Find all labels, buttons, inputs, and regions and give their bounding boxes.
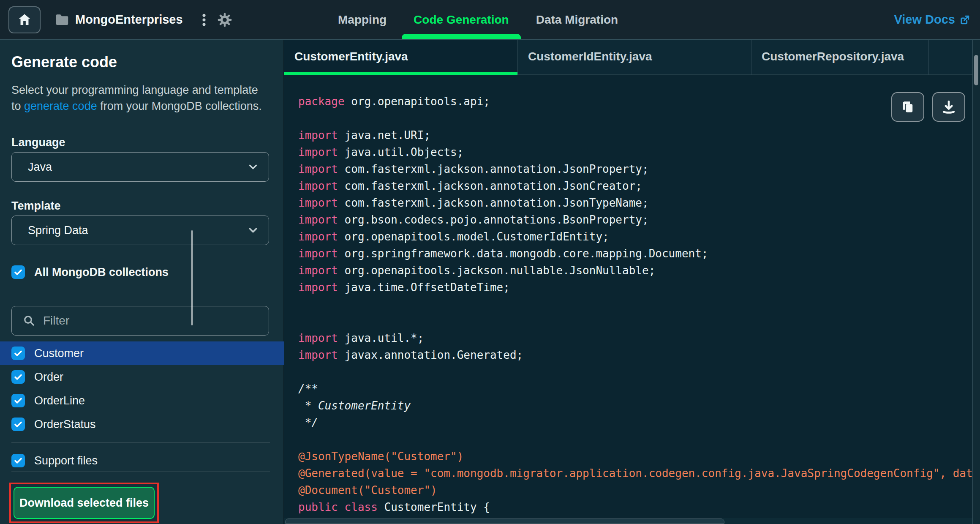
nav-tab-data-migration[interactable]: Data Migration: [536, 0, 618, 39]
code-line: import org.openapitools.jackson.nullable…: [298, 262, 972, 279]
copy-icon: [900, 99, 915, 115]
project-name: MongoEnterprises: [75, 0, 183, 39]
generate-code-link[interactable]: generate code: [24, 100, 97, 112]
download-code-button[interactable]: [932, 92, 965, 122]
collection-row-orderstatus[interactable]: OrderStatus: [0, 412, 284, 436]
kebab-menu-button[interactable]: [197, 13, 211, 27]
folder-icon: [54, 12, 70, 28]
editor-horizontal-scrollbar[interactable]: [284, 518, 972, 524]
code-line: import org.bson.codecs.pojo.annotations.…: [298, 211, 972, 228]
code-line: import java.util.Objects;: [298, 144, 972, 161]
search-icon: [23, 314, 35, 327]
view-docs-label: View Docs: [894, 13, 955, 27]
divider: [11, 442, 270, 442]
language-value: Java: [28, 161, 247, 174]
code-line: @JsonTypeName("Customer"): [298, 448, 972, 465]
code-line: /**: [298, 380, 972, 397]
code-editor: package org.openapitools.api; import jav…: [284, 75, 972, 518]
check-icon: [13, 372, 23, 382]
generate-code-sidebar: Generate code Select your programming la…: [0, 40, 284, 524]
code-line: import com.fasterxml.jackson.annotation.…: [298, 161, 972, 177]
all-collections-checkbox[interactable]: [11, 265, 25, 279]
view-docs-link[interactable]: View Docs: [894, 0, 971, 39]
template-value: Spring Data: [28, 224, 247, 237]
all-collections-label: All MongoDB collections: [34, 266, 169, 279]
sidebar-scrollbar-thumb[interactable]: [191, 230, 193, 325]
home-button[interactable]: [8, 6, 41, 33]
code-line: */: [298, 414, 972, 431]
all-collections-row: All MongoDB collections: [11, 265, 169, 279]
support-files-label: Support files: [34, 454, 98, 467]
kebab-icon: [197, 13, 211, 27]
code-line: [298, 110, 972, 127]
code-line: import javax.annotation.Generated;: [298, 347, 972, 363]
nav-tab-code-generation[interactable]: Code Generation: [414, 0, 509, 39]
settings-button[interactable]: [217, 12, 232, 27]
code-line: import com.fasterxml.jackson.annotation.…: [298, 194, 972, 211]
check-icon: [13, 348, 23, 358]
check-icon: [13, 396, 23, 406]
collection-checkbox[interactable]: [11, 418, 25, 431]
code-line: package org.openapitools.api;: [298, 93, 972, 110]
top-header: MongoEnterprises MappingCode GenerationD…: [0, 0, 980, 40]
file-tab-customerrepository-java[interactable]: CustomerRepository.java: [751, 40, 929, 75]
code-line: import java.net.URI;: [298, 127, 972, 144]
description-line2-pre: to: [11, 100, 24, 112]
home-icon: [17, 12, 32, 27]
code-block: package org.openapitools.api; import jav…: [298, 93, 972, 516]
file-tab-bar: CustomerEntity.javaCustomerIdEntity.java…: [284, 40, 980, 75]
download-selected-files-button[interactable]: Download selected files: [14, 487, 155, 519]
code-line: [298, 296, 972, 313]
check-icon: [13, 456, 23, 466]
filter-input[interactable]: [43, 314, 260, 328]
filter-box: [11, 306, 269, 336]
code-line: import org.openapitools.model.CustomerId…: [298, 228, 972, 245]
file-tab-customerentity-java[interactable]: CustomerEntity.java: [284, 40, 518, 75]
code-line: [298, 431, 972, 448]
code-line: [298, 363, 972, 380]
nav-tab-mapping[interactable]: Mapping: [338, 0, 387, 39]
collection-row-customer[interactable]: Customer: [0, 341, 284, 365]
collection-checkbox[interactable]: [11, 370, 25, 384]
support-files-checkbox[interactable]: [11, 454, 25, 467]
code-line: import java.util.*;: [298, 330, 972, 347]
copy-code-button[interactable]: [891, 92, 924, 122]
collection-row-orderline[interactable]: OrderLine: [0, 389, 284, 412]
chevron-down-icon: [247, 161, 259, 173]
chevron-down-icon: [247, 224, 259, 237]
app-root: { "header": { "project_name": "MongoEnte…: [0, 0, 980, 524]
collection-checkbox[interactable]: [11, 394, 25, 407]
editor-vertical-scrollbar[interactable]: [972, 40, 980, 524]
collection-label: OrderStatus: [34, 418, 96, 431]
sidebar-description: Select your programming language and tem…: [11, 82, 273, 114]
collection-label: Order: [34, 371, 63, 384]
collection-label: OrderLine: [34, 394, 85, 407]
collection-checkbox[interactable]: [11, 347, 25, 360]
vertical-scrollbar-thumb[interactable]: [974, 55, 978, 85]
external-link-icon: [959, 14, 971, 26]
code-line: [298, 313, 972, 330]
code-line: import com.fasterxml.jackson.annotation.…: [298, 177, 972, 194]
divider: [11, 296, 270, 296]
language-label: Language: [11, 136, 65, 149]
description-line2-post: from your MongoDB collections.: [97, 100, 262, 112]
gear-icon: [217, 12, 232, 27]
divider: [11, 472, 270, 472]
file-tab-customeridentity-java[interactable]: CustomerIdEntity.java: [518, 40, 751, 75]
description-line1: Select your programming language and tem…: [11, 84, 258, 96]
code-line: import java.time.OffsetDateTime;: [298, 279, 972, 296]
check-icon: [13, 267, 23, 277]
collection-list: CustomerOrderOrderLineOrderStatus: [0, 341, 284, 436]
support-files-row: Support files: [11, 454, 98, 467]
template-select[interactable]: Spring Data: [11, 216, 269, 245]
main-nav-tabs: MappingCode GenerationData Migration: [338, 0, 618, 39]
code-line: @Document("Customer"): [298, 482, 972, 499]
sidebar-title: Generate code: [11, 53, 117, 71]
language-select[interactable]: Java: [11, 152, 269, 182]
code-line: public class CustomerEntity {: [298, 499, 972, 516]
code-line: * CustomerEntity: [298, 397, 972, 414]
code-line: import org.springframework.data.mongodb.…: [298, 245, 972, 262]
check-icon: [13, 419, 23, 429]
horizontal-scrollbar-thumb[interactable]: [285, 519, 724, 524]
collection-row-order[interactable]: Order: [0, 365, 284, 389]
